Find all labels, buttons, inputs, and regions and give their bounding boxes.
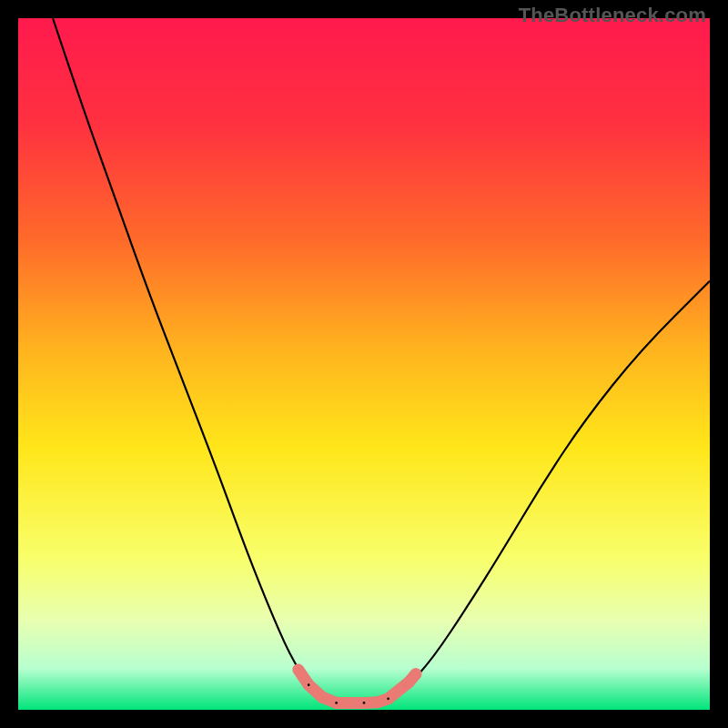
- watermark-text: TheBottleneck.com: [519, 4, 706, 27]
- chart-frame: TheBottleneck.com: [0, 0, 728, 728]
- gradient-background: [18, 18, 710, 710]
- chart-svg: [18, 18, 710, 710]
- svg-point-11: [363, 702, 366, 704]
- svg-line-8: [409, 673, 416, 682]
- svg-point-12: [387, 698, 389, 701]
- svg-point-10: [335, 702, 338, 704]
- svg-point-9: [308, 683, 310, 686]
- plot-area: [18, 18, 710, 710]
